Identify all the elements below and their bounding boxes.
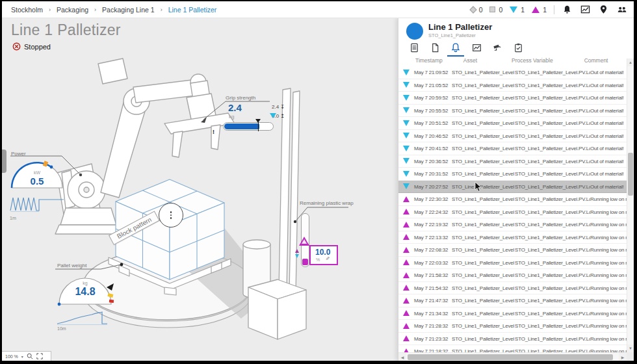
zoom-level-select[interactable]: 100 % [5, 354, 18, 359]
alarm-asset: STO_Line1_Palletizer_Level [452, 168, 515, 180]
tab-camera[interactable] [487, 40, 508, 55]
vertical-scroll-thumb[interactable] [628, 153, 633, 196]
alarm-row[interactable]: May 7 22:30:32STO_Line1_Palletizer_Level… [398, 193, 627, 206]
alarm-asset: STO_Line1_Palletizer_Level [452, 333, 515, 345]
alarm-process-variable: STO_Line1_Palletizer_Level.PV.Lo [515, 333, 590, 345]
triangle-up-icon [398, 206, 414, 218]
tab-checklist[interactable] [508, 40, 528, 55]
alarm-row[interactable]: May 7 20:31:52STO_Line1_Palletizer_Level… [398, 168, 627, 181]
alarm-row[interactable]: May 7 22:13:32STO_Line1_Palletizer_Level… [398, 231, 627, 244]
alarm-timestamp: May 7 21:28:32 [414, 320, 452, 332]
alarm-comment: Out of material! [590, 142, 627, 155]
tab-file[interactable] [424, 40, 445, 55]
tab-alarms[interactable] [445, 40, 466, 55]
alarm-row[interactable]: May 7 20:41:52STO_Line1_Palletizer_Level… [398, 142, 627, 155]
pallet-weight-widget[interactable]: Pallet weight kg 14.8 10m [55, 263, 120, 346]
alarm-row[interactable]: May 7 22:24:32STO_Line1_Palletizer_Level… [398, 206, 627, 219]
alarm-row[interactable]: May 7 21:05:52STO_Line1_Palletizer_Level… [398, 79, 627, 92]
alarm-row[interactable]: May 7 21:58:32STO_Line1_Palletizer_Level… [398, 269, 627, 282]
collapsed-panel-handle[interactable] [2, 150, 6, 173]
alarm-asset: STO_Line1_Palletizer_Level [452, 218, 515, 231]
triangle-up-icon [398, 333, 414, 345]
asset-avatar [406, 23, 423, 40]
topbar-status-cluster: 0 0 1 1 [471, 4, 627, 15]
counter-diamond[interactable]: 0 [471, 6, 483, 14]
breadcrumb-item-packaging-line-1[interactable]: Packaging Line 1 [102, 6, 155, 14]
scroll-up-arrow[interactable]: ▲ [627, 58, 634, 66]
alarm-row[interactable]: May 7 20:51:52STO_Line1_Palletizer_Level… [398, 117, 627, 130]
fit-to-screen-icon[interactable] [36, 353, 43, 359]
topbar: Stockholm › Packaging › Packaging Line 1… [2, 1, 634, 18]
alarm-row[interactable]: May 7 20:46:52STO_Line1_Palletizer_Level… [398, 130, 627, 143]
alarm-row[interactable]: May 7 20:59:52STO_Line1_Palletizer_Level… [398, 92, 627, 105]
alarm-timestamp: May 7 20:51:52 [414, 117, 452, 129]
counter-lo-alarms[interactable]: 1 [532, 6, 547, 14]
grip-bar-fill [224, 124, 259, 129]
breadcrumb-item-stockholm[interactable]: Stockholm [11, 6, 43, 14]
breadcrumb-item-line-1-palletizer[interactable]: Line 1 Palletizer [168, 6, 217, 14]
alarm-process-variable: STO_Line1_Palletizer_Level.PV.Lo [515, 320, 590, 332]
alarm-process-variable: STO_Line1_Palletizer_Level.PV.Lo [515, 269, 590, 281]
alarm-row[interactable]: May 7 22:08:32STO_Line1_Palletizer_Level… [398, 244, 627, 257]
plastic-wrap-widget[interactable]: Remaining plastic wrap 10.0 % ✎ [288, 200, 372, 285]
scroll-right-arrow[interactable]: ▶ [619, 353, 627, 361]
counter-value: 0 [499, 6, 502, 14]
alarm-asset: STO_Line1_Palletizer_Level [452, 244, 515, 256]
alarm-row[interactable]: May 7 20:27:52STO_Line1_Palletizer_Level… [398, 181, 627, 194]
triangle-down-icon [398, 66, 414, 79]
alarm-comment: Running low on mate [590, 206, 627, 218]
power-widget[interactable]: Power kW 0.5 1m [8, 151, 71, 230]
vertical-scrollbar[interactable]: ▲ ▼ [627, 58, 634, 352]
breadcrumb-separator: › [49, 6, 51, 13]
triangle-up-icon [398, 269, 414, 281]
alarm-asset: STO_Line1_Palletizer_Level [452, 257, 515, 269]
alarm-row[interactable]: May 7 21:34:32STO_Line1_Palletizer_Level… [398, 307, 627, 320]
alarm-row[interactable]: May 7 20:36:52STO_Line1_Palletizer_Level… [398, 155, 627, 168]
horizontal-scroll-thumb[interactable] [408, 354, 613, 360]
grip-bar-gauge [223, 122, 274, 131]
zoom-out-icon[interactable] [27, 353, 33, 359]
zoom-controls: 100 % ▾ [2, 351, 51, 361]
alarm-row[interactable]: May 7 22:03:32STO_Line1_Palletizer_Level… [398, 257, 627, 270]
wrap-unit: % [316, 257, 320, 262]
alarm-row[interactable]: May 7 21:18:32STO_Line1_Palletizer_Level… [398, 345, 627, 352]
context-menu-button[interactable] [159, 203, 183, 228]
alarm-row[interactable]: May 7 21:28:32STO_Line1_Palletizer_Level… [398, 320, 627, 333]
alarm-rows: May 7 21:09:52STO_Line1_Palletizer_Level… [398, 66, 627, 352]
scroll-down-arrow[interactable]: ▼ [627, 344, 634, 352]
alarm-comment: Running low on mate [590, 294, 627, 307]
alarm-timestamp: May 7 20:27:52 [414, 181, 452, 193]
alarm-row[interactable]: May 7 21:54:32STO_Line1_Palletizer_Level… [398, 282, 627, 295]
alarms-bell-icon[interactable] [562, 4, 573, 15]
divider [554, 5, 554, 14]
alarm-comment: Running low on mate [590, 193, 627, 205]
alarm-timestamp: May 7 20:36:52 [414, 155, 452, 168]
alarm-comment: Out of material! [590, 155, 627, 168]
wrap-value-box[interactable]: 10.0 % ✎ [309, 245, 338, 265]
alarm-asset: STO_Line1_Palletizer_Level [452, 155, 515, 168]
alarm-timestamp: May 7 20:55:52 [414, 105, 452, 117]
counter-lolo-alarms[interactable]: 1 [510, 6, 525, 14]
scroll-left-arrow[interactable]: ◀ [398, 353, 406, 361]
alarm-row[interactable]: May 7 22:19:32STO_Line1_Palletizer_Level… [398, 218, 627, 231]
alarm-asset: STO_Line1_Palletizer_Level [452, 193, 515, 205]
breadcrumb-item-packaging[interactable]: Packaging [57, 6, 88, 14]
horizontal-scrollbar[interactable]: ◀ ▶ [398, 352, 627, 361]
alarm-timestamp: May 7 21:58:32 [414, 269, 452, 281]
triangle-up-icon [398, 244, 414, 256]
triangle-down-icon [398, 117, 414, 129]
tab-trend[interactable] [466, 40, 487, 55]
alarm-row[interactable]: May 7 20:55:52STO_Line1_Palletizer_Level… [398, 105, 627, 118]
alarm-row[interactable]: May 7 21:09:52STO_Line1_Palletizer_Level… [398, 66, 627, 79]
alarm-process-variable: STO_Line1_Palletizer_Level.PV.LoLo [515, 105, 590, 117]
people-icon[interactable] [616, 4, 627, 15]
tab-document[interactable] [404, 40, 424, 55]
alarm-timestamp: May 7 20:46:52 [414, 130, 452, 142]
counter-square[interactable]: 0 [489, 6, 502, 14]
alarm-row[interactable]: May 7 21:23:32STO_Line1_Palletizer_Level… [398, 333, 627, 346]
grip-strength-widget[interactable]: Grip strength 2.4 kg 2.4↧ 0.0↥ ! [209, 95, 313, 153]
trend-chart-icon[interactable] [580, 4, 591, 15]
location-pin-icon[interactable] [598, 4, 609, 15]
triangle-down-icon [398, 79, 414, 92]
alarm-row[interactable]: May 7 21:47:32STO_Line1_Palletizer_Level… [398, 294, 627, 307]
